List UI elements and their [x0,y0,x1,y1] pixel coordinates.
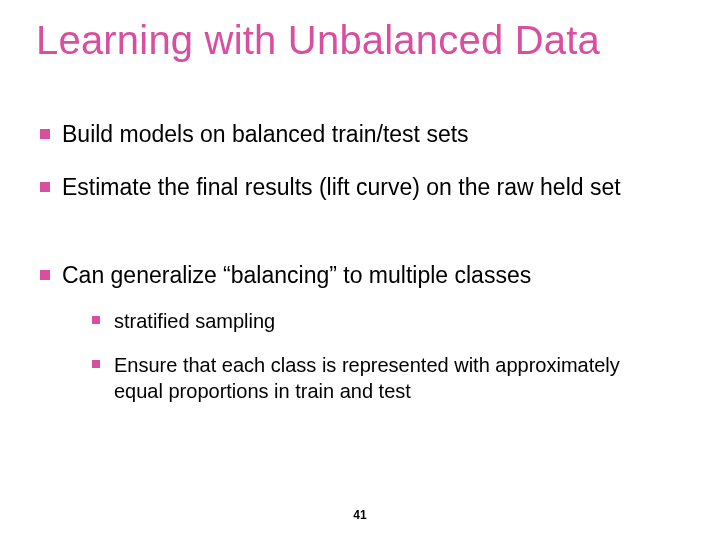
bullet-item: Build models on balanced train/test sets [40,120,660,149]
page-number: 41 [0,508,720,522]
bullet-text: Can generalize “balancing” to multiple c… [62,262,531,288]
slide: Learning with Unbalanced Data Build mode… [0,0,720,540]
sub-bullet-item: Ensure that each class is represented wi… [62,352,660,404]
sub-bullet-item: stratified sampling [62,308,660,334]
sub-list: stratified sampling Ensure that each cla… [62,308,660,404]
slide-title: Learning with Unbalanced Data [36,18,600,63]
bullet-item: Can generalize “balancing” to multiple c… [40,261,660,404]
slide-content: Build models on balanced train/test sets… [40,120,660,428]
bullet-item: Estimate the final results (lift curve) … [40,173,660,202]
